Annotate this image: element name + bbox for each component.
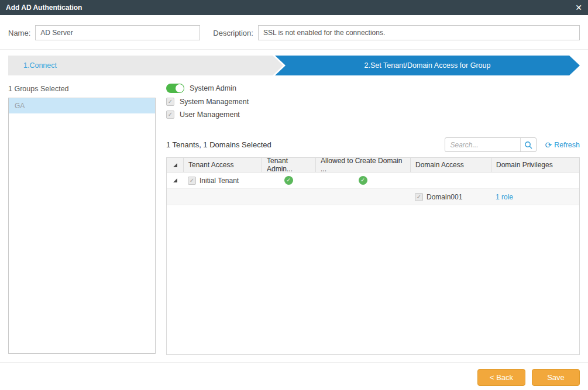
tenant-toolbar: 1 Tenants, 1 Domains Selected ⟳ Refresh (166, 137, 580, 152)
dialog-content: 1 Groups Selected GA System Admin System… (0, 75, 588, 355)
step-set-tenant-domain-access-label: 2.Set Tenant/Domain Access for Group (365, 61, 491, 70)
table-row: Initial Tenant (167, 172, 579, 189)
group-list-item[interactable]: GA (9, 98, 155, 113)
collapse-all-icon[interactable] (173, 163, 177, 167)
permissions-block: System Admin System Management User Mana… (166, 84, 580, 123)
user-management-checkbox (166, 111, 174, 119)
allowed-create-domain-check-icon (359, 176, 367, 185)
refresh-label: Refresh (554, 141, 580, 149)
tenant-domain-table: Tenant Access Tenant Admin... Allowed to… (166, 157, 580, 355)
domain-name: Domain001 (427, 193, 462, 201)
access-pane: System Admin System Management User Mana… (166, 75, 580, 355)
table-empty-area (167, 205, 579, 354)
collapse-row-icon[interactable] (173, 178, 177, 182)
header-tenant-admin: Tenant Admin... (262, 158, 315, 172)
initial-tenant-checkbox (188, 177, 196, 185)
search-box (445, 137, 537, 152)
back-button[interactable]: < Back (477, 369, 525, 386)
dialog-titlebar: Add AD Authentication ✕ (0, 0, 588, 15)
system-management-checkbox (166, 98, 174, 106)
table-row: Domain001 1 role (167, 189, 579, 205)
groups-pane: 1 Groups Selected GA (8, 75, 156, 355)
description-input[interactable] (258, 25, 580, 40)
step-connect-label: 1.Connect (23, 61, 57, 70)
add-ad-authentication-dialog: Add AD Authentication ✕ Name: Descriptio… (0, 0, 588, 386)
step-set-tenant-domain-access[interactable]: 2.Set Tenant/Domain Access for Group (275, 56, 580, 75)
header-domain-access: Domain Access (410, 158, 491, 172)
system-management-label: System Management (180, 98, 249, 106)
groups-list: GA (8, 98, 156, 354)
search-input[interactable] (450, 141, 520, 149)
header-allowed-create-domain: Allowed to Create Domain ... (315, 158, 410, 172)
user-management-label: User Management (180, 111, 240, 119)
save-button[interactable]: Save (532, 369, 580, 386)
search-icon[interactable] (520, 138, 536, 151)
role-link[interactable]: 1 role (496, 193, 513, 201)
refresh-icon: ⟳ (545, 141, 552, 149)
tenant-name: Initial Tenant (200, 177, 239, 185)
table-header-row: Tenant Access Tenant Admin... Allowed to… (167, 158, 579, 172)
dialog-title: Add AD Authentication (6, 4, 82, 12)
domain001-checkbox (415, 193, 423, 201)
system-admin-label: System Admin (190, 84, 236, 92)
step-connect[interactable]: 1.Connect (8, 56, 283, 75)
description-label: Description: (213, 29, 253, 37)
name-description-row: Name: Description: (0, 15, 588, 50)
name-input[interactable] (35, 25, 200, 40)
header-domain-privileges: Domain Privileges (491, 158, 579, 172)
dialog-footer: < Back Save (0, 362, 588, 386)
header-tenant-access: Tenant Access (183, 158, 262, 172)
tenants-domains-selected-label: 1 Tenants, 1 Domains Selected (166, 140, 445, 149)
refresh-button[interactable]: ⟳ Refresh (545, 141, 580, 149)
tenant-admin-check-icon (284, 176, 293, 185)
close-icon[interactable]: ✕ (575, 4, 582, 12)
groups-selected-label: 1 Groups Selected (8, 85, 156, 93)
system-admin-toggle[interactable] (166, 84, 184, 93)
wizard-steps: 1.Connect 2.Set Tenant/Domain Access for… (8, 56, 580, 75)
name-label: Name: (8, 29, 30, 37)
